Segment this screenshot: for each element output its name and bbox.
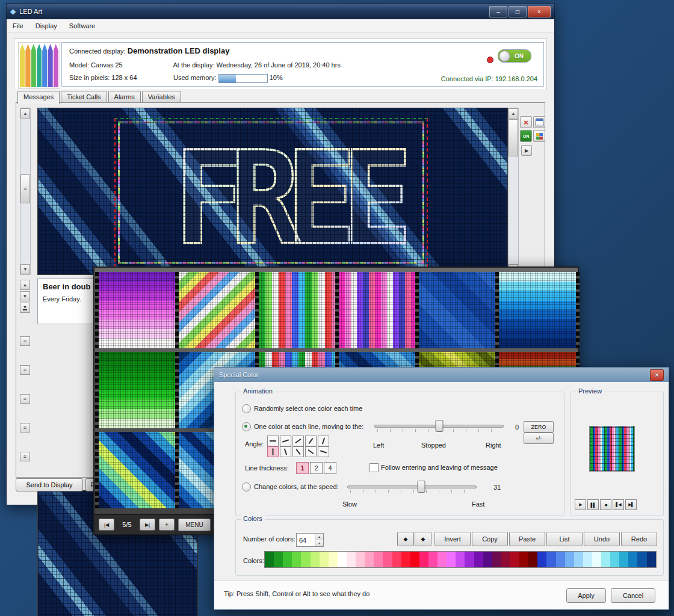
right-scrollbar[interactable]: ▲ ▼ bbox=[508, 108, 519, 275]
color-cell[interactable] bbox=[347, 552, 356, 567]
color-cell[interactable] bbox=[356, 552, 365, 567]
pattern-thumbnail[interactable] bbox=[499, 272, 576, 348]
angle-button-162deg[interactable] bbox=[318, 446, 329, 457]
menu-display[interactable]: Display bbox=[29, 20, 63, 32]
color-cell[interactable] bbox=[592, 552, 601, 567]
color-cell[interactable] bbox=[292, 552, 301, 567]
color-cell[interactable] bbox=[401, 552, 410, 567]
direction-slider[interactable] bbox=[374, 420, 504, 433]
pattern-thumbnail[interactable] bbox=[419, 272, 496, 348]
pattern-thumbnail[interactable] bbox=[99, 432, 176, 508]
menu-software[interactable]: Software bbox=[63, 20, 101, 32]
cancel-button[interactable]: Cancel bbox=[611, 588, 655, 603]
color-cell[interactable] bbox=[619, 552, 628, 567]
angle-button-18deg[interactable] bbox=[280, 436, 291, 446]
color-cell[interactable] bbox=[583, 552, 592, 567]
tab-ticket-calls[interactable]: Ticket Calls bbox=[61, 91, 107, 103]
color-cell[interactable] bbox=[283, 552, 292, 567]
radio-one-color-per-line[interactable] bbox=[242, 422, 251, 431]
move-to-end-button[interactable]: ▼ bbox=[20, 303, 30, 313]
menu-file[interactable]: File bbox=[7, 20, 29, 32]
angle-button-144deg[interactable] bbox=[305, 446, 317, 457]
color-cell[interactable] bbox=[519, 552, 528, 567]
undo-button[interactable]: Undo bbox=[584, 532, 620, 546]
color-cell[interactable] bbox=[601, 552, 610, 567]
color-cell[interactable] bbox=[628, 552, 637, 567]
color-cell[interactable] bbox=[365, 552, 374, 567]
color-cell[interactable] bbox=[410, 552, 419, 567]
radio-random-color[interactable] bbox=[242, 404, 251, 413]
thickness-2-button[interactable]: 2 bbox=[310, 462, 323, 474]
led-display-preview[interactable]: FREE bbox=[37, 108, 508, 275]
color-cell[interactable] bbox=[265, 552, 274, 567]
follow-message-checkbox[interactable] bbox=[369, 463, 379, 472]
dialog-titlebar[interactable]: Special Color × bbox=[214, 368, 669, 382]
display-on-button[interactable]: ON bbox=[520, 130, 532, 142]
color-cell[interactable] bbox=[574, 552, 583, 567]
stop-button[interactable]: ■ bbox=[600, 499, 611, 510]
pattern-thumbnail[interactable] bbox=[99, 352, 176, 428]
color-cell[interactable] bbox=[565, 552, 574, 567]
color-cell[interactable] bbox=[428, 552, 437, 567]
color-cell[interactable] bbox=[556, 552, 565, 567]
color-cell[interactable] bbox=[419, 552, 428, 567]
dialog-close-button[interactable]: × bbox=[650, 369, 664, 381]
close-button[interactable]: × bbox=[528, 6, 551, 17]
row-grip-handle[interactable]: ≡ bbox=[20, 336, 30, 346]
play-preview-button[interactable]: ▶ bbox=[521, 145, 532, 156]
color-cell[interactable] bbox=[274, 552, 283, 567]
scrollbar-thumb[interactable]: ≡ bbox=[20, 174, 30, 203]
color-cell[interactable] bbox=[456, 552, 465, 567]
menu-button[interactable]: MENU bbox=[178, 519, 211, 531]
shift-right-button[interactable]: ◆ bbox=[415, 532, 431, 546]
color-cell[interactable] bbox=[301, 552, 310, 567]
redo-button[interactable]: Redo bbox=[621, 532, 657, 546]
color-cell[interactable] bbox=[537, 552, 546, 567]
row-grip-handle[interactable]: ≡ bbox=[20, 394, 30, 404]
angle-button-0deg[interactable] bbox=[267, 436, 279, 446]
left-scrollbar[interactable]: ▲ ≡ ▼ bbox=[20, 108, 31, 275]
color-cell[interactable] bbox=[392, 552, 401, 567]
color-cell[interactable] bbox=[546, 552, 555, 567]
scroll-up-button[interactable]: ▲ bbox=[509, 108, 518, 119]
color-cell[interactable] bbox=[383, 552, 392, 567]
color-cell[interactable] bbox=[528, 552, 537, 567]
thickness-4-button[interactable]: 4 bbox=[324, 462, 336, 474]
power-toggle[interactable]: ON bbox=[498, 49, 531, 63]
angle-button-126deg[interactable] bbox=[292, 446, 304, 457]
scroll-down-button[interactable]: ▼ bbox=[20, 264, 30, 274]
color-cell[interactable] bbox=[338, 552, 347, 567]
color-cell[interactable] bbox=[483, 552, 492, 567]
send-to-display-button[interactable]: Send to Display bbox=[16, 478, 83, 491]
color-cell[interactable] bbox=[501, 552, 510, 567]
prev-page-button[interactable]: |◀ bbox=[99, 519, 114, 531]
pattern-thumbnail[interactable] bbox=[179, 272, 256, 348]
tab-variables[interactable]: Variables bbox=[142, 91, 181, 103]
scroll-up-button[interactable]: ▲ bbox=[20, 108, 30, 119]
minimize-button[interactable]: – bbox=[489, 6, 507, 17]
zero-button[interactable]: ZERO bbox=[524, 421, 554, 433]
angle-button-90deg[interactable] bbox=[267, 446, 279, 457]
scrollbar-thumb[interactable] bbox=[509, 119, 518, 156]
invert-button[interactable]: Invert bbox=[434, 532, 471, 546]
paste-button[interactable]: Paste bbox=[509, 532, 545, 546]
angle-button-36deg[interactable] bbox=[292, 436, 304, 446]
play-button[interactable]: ▶ bbox=[575, 499, 586, 510]
export-image-button[interactable] bbox=[533, 130, 545, 142]
angle-button-54deg[interactable] bbox=[305, 436, 317, 446]
thickness-1-button[interactable]: 1 bbox=[296, 462, 309, 474]
color-cell[interactable] bbox=[311, 552, 320, 567]
color-cell[interactable] bbox=[610, 552, 619, 567]
color-cell[interactable] bbox=[374, 552, 383, 567]
slider-thumb[interactable] bbox=[435, 420, 443, 432]
color-cell[interactable] bbox=[465, 552, 474, 567]
move-up-button[interactable]: ▲ bbox=[20, 280, 30, 290]
angle-button-72deg[interactable] bbox=[318, 436, 329, 446]
list-button[interactable]: List bbox=[546, 532, 583, 546]
pattern-thumbnail[interactable] bbox=[99, 272, 176, 348]
slider-thumb[interactable] bbox=[417, 481, 425, 493]
number-of-colors-spinner[interactable]: 64 ▲ ▼ bbox=[296, 533, 324, 547]
speed-slider[interactable] bbox=[347, 481, 477, 494]
delete-message-button[interactable]: × bbox=[520, 116, 532, 128]
spin-up-button[interactable]: ▲ bbox=[315, 534, 323, 540]
